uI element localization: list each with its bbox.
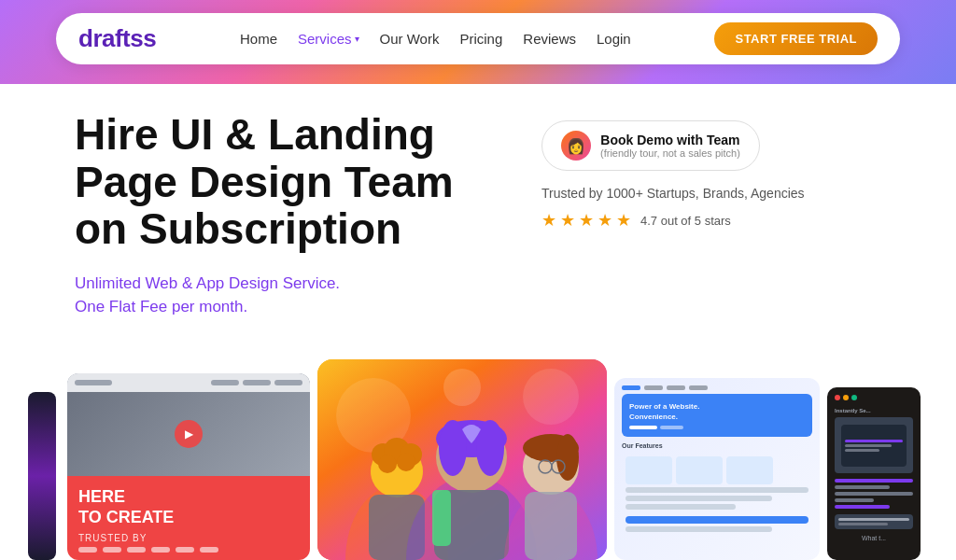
window-expand-dot [851, 395, 857, 400]
nav-link-home[interactable]: Home [240, 31, 277, 47]
star-3: ★ [579, 210, 594, 231]
svg-point-10 [397, 453, 415, 471]
hero-title: Hire UI & Landing Page Design Team on Su… [75, 111, 504, 253]
play-icon: ▶ [175, 420, 203, 448]
star-5: ★ [616, 210, 631, 231]
star-4: ★ [598, 210, 612, 231]
dark-card-subtext: What t... [835, 535, 913, 541]
trusted-by-label: TRUSTED BY [78, 533, 299, 543]
demo-sub-text: (friendly tour, not a sales pitch) [600, 147, 740, 159]
svg-rect-18 [432, 490, 451, 546]
main-content: Hire UI & Landing Page Design Team on Su… [0, 64, 956, 319]
rating-text: 4.7 out of 5 stars [640, 214, 731, 228]
brand-logo[interactable]: draftss [78, 24, 156, 53]
hero-right: 👩 Book Demo with Team (friendly tour, no… [504, 111, 881, 319]
window-minimize-dot [843, 395, 849, 400]
nav-item-login[interactable]: Login [597, 31, 631, 48]
svg-point-9 [378, 455, 397, 473]
nav-links: Home Services ▾ Our Work Pricing Reviews… [240, 31, 631, 48]
hero-subtitle: Unlimited Web & App Design Service. One … [75, 272, 504, 319]
start-trial-button[interactable]: START FREE TRIAL [714, 22, 878, 55]
nav-item-ourwork[interactable]: Our Work [380, 31, 440, 48]
nav-link-login[interactable]: Login [597, 31, 631, 47]
portfolio-card-thin [28, 392, 56, 560]
portfolio-card-here-to-create: ▶ HERE TO CREATE TRUSTED BY [67, 373, 310, 560]
demo-button[interactable]: 👩 Book Demo with Team (friendly tour, no… [541, 120, 760, 171]
nav-link-reviews[interactable]: Reviews [523, 31, 576, 47]
portfolio-card-dark: Instantly Se... What t... [827, 387, 921, 560]
demo-main-text: Book Demo with Team [600, 133, 740, 147]
ui-mockup-features-label: Our Features [622, 442, 812, 449]
avatar: 👩 [561, 131, 591, 161]
svg-point-2 [523, 369, 579, 425]
svg-point-3 [443, 369, 481, 406]
brand-logos [78, 547, 299, 553]
dark-card-label: Instantly Se... [835, 408, 913, 413]
ui-mockup-headline: Power of a Website.Convenience. [629, 401, 805, 422]
nav-link-services[interactable]: Services ▾ [298, 31, 359, 47]
portfolio-card-ui-mockup: Power of a Website.Convenience. Our Feat… [614, 378, 820, 560]
svg-point-16 [476, 420, 504, 476]
svg-rect-26 [525, 492, 577, 560]
portfolio-strip: ▶ HERE TO CREATE TRUSTED BY [0, 355, 956, 560]
nav-item-reviews[interactable]: Reviews [523, 31, 576, 48]
star-1: ★ [541, 210, 556, 231]
nav-link-ourwork[interactable]: Our Work [380, 31, 440, 47]
here-to-create-text: HERE TO CREATE [78, 487, 299, 527]
nav-item-pricing[interactable]: Pricing [459, 31, 502, 48]
nav-link-pricing[interactable]: Pricing [459, 31, 502, 47]
trusted-text: Trusted by 1000+ Startups, Brands, Agenc… [541, 186, 881, 201]
portfolio-card-characters [317, 359, 607, 560]
stars-row: ★ ★ ★ ★ ★ 4.7 out of 5 stars [541, 210, 881, 231]
svg-point-15 [439, 420, 467, 476]
hero-left: Hire UI & Landing Page Design Team on Su… [75, 111, 504, 319]
character-illustration [317, 359, 607, 560]
star-2: ★ [560, 210, 575, 231]
chevron-down-icon: ▾ [355, 34, 359, 44]
nav-item-services[interactable]: Services ▾ [298, 31, 359, 47]
nav-item-home[interactable]: Home [240, 31, 277, 48]
window-close-dot [835, 395, 840, 400]
navbar: draftss Home Services ▾ Our Work Pricing… [56, 13, 900, 64]
